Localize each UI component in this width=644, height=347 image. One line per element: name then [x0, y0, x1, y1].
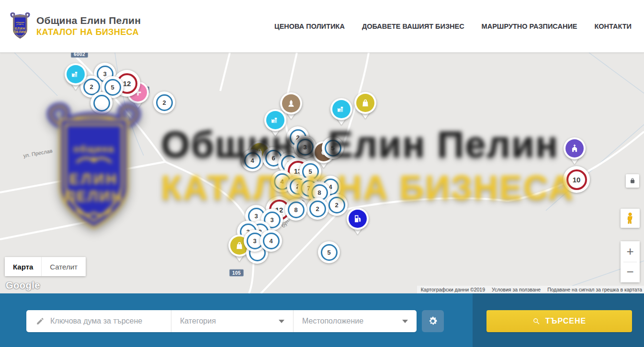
map-markers: 3 12 2 5 2: [0, 53, 644, 293]
page: Община Елин Пелин КАТАЛОГ НА БИЗНЕСА ЦЕН…: [0, 0, 644, 347]
cluster-count: 4: [280, 178, 283, 185]
keyword-input[interactable]: [50, 317, 171, 325]
cluster-count: 3: [303, 144, 306, 151]
cluster-marker[interactable]: 4: [260, 230, 282, 252]
advanced-settings-button[interactable]: [422, 310, 444, 332]
attribution-link-2[interactable]: Подаване на сигнал за грешка в картата: [547, 287, 642, 292]
cluster-count: 10: [573, 176, 581, 184]
cluster-count: 3: [270, 216, 273, 224]
cluster-count: 3: [103, 70, 106, 78]
attribution-link-1[interactable]: Условия за ползване: [492, 287, 541, 292]
municipality-crest-icon: [9, 12, 32, 41]
location-select-value: Местоположение: [302, 317, 363, 325]
lock-button[interactable]: [626, 174, 639, 188]
chevron-down-icon: [279, 320, 284, 323]
cluster-count: 2: [316, 205, 319, 213]
cluster-count: 12: [123, 79, 131, 88]
zoom-control: + −: [621, 241, 640, 282]
factory-icon: [336, 104, 347, 114]
cluster-count: 4: [250, 157, 254, 164]
factory-pin-marker[interactable]: [264, 109, 286, 131]
fuel-pump-icon: [352, 213, 363, 224]
cluster-count: 8: [317, 189, 321, 196]
zoom-out-button[interactable]: −: [621, 262, 640, 283]
main-nav: ЦЕНОВА ПОЛИТИКАДОБАВЕТЕ ВАШИЯТ БИЗНЕСМАР…: [274, 22, 644, 30]
google-logo[interactable]: Google: [6, 280, 40, 291]
cluster-count: 6: [271, 155, 275, 162]
pegman-button[interactable]: [621, 209, 640, 228]
cluster-count: 5: [331, 145, 334, 152]
search-icon: [532, 317, 541, 325]
church-pin-marker[interactable]: [564, 137, 586, 159]
cluster-count: 3: [254, 213, 258, 220]
map-canvas[interactable]: 60021051 ул. Преславбул. „Новосел 3 12 2…: [0, 53, 644, 293]
factory-icon: [270, 115, 281, 125]
nav-item-1[interactable]: ДОБАВЕТЕ ВАШИЯТ БИЗНЕС: [362, 22, 464, 30]
construction-worker-icon: [286, 98, 296, 109]
keyword-field[interactable]: [26, 310, 171, 332]
chevron-down-icon: [402, 320, 408, 323]
category-select-value: Категория: [180, 317, 216, 325]
search-button-label: ТЪРСЕНЕ: [545, 317, 586, 325]
pegman-icon: [625, 212, 635, 224]
fuel-pin-marker[interactable]: [347, 208, 369, 230]
cluster-marker[interactable]: 10: [563, 166, 590, 193]
site-title: Община Елин Пелин: [36, 15, 141, 26]
cluster-marker[interactable]: [90, 92, 113, 114]
cluster-count: 5: [111, 84, 114, 91]
bag-pin-marker[interactable]: [354, 92, 376, 114]
cluster-count: 4: [269, 237, 272, 245]
factory-pin-marker[interactable]: [330, 98, 352, 120]
location-select[interactable]: Местоположение: [293, 310, 417, 332]
cluster-count: 2: [335, 201, 338, 209]
cluster-marker[interactable]: 4: [241, 149, 263, 171]
search-bar: Категория Местоположение ТЪРСЕНЕ: [0, 293, 644, 347]
header: Община Елин Пелин КАТАЛОГ НА БИЗНЕСА ЦЕН…: [0, 0, 644, 53]
pencil-icon: [36, 317, 45, 325]
cluster-count: 5: [308, 168, 312, 175]
nav-item-2[interactable]: МАРШРУТНО РАЗПИСАНИЕ: [482, 22, 577, 30]
satellite-view-button[interactable]: Сателит: [41, 257, 86, 276]
map-type-control: Карта Сателит: [5, 257, 86, 276]
search-button[interactable]: ТЪРСЕНЕ: [486, 310, 632, 332]
gear-icon: [428, 316, 438, 326]
factory-pin-marker[interactable]: [65, 63, 87, 85]
cluster-marker[interactable]: 2: [153, 91, 175, 113]
church-icon: [569, 143, 580, 154]
shopping-bag-icon: [234, 240, 245, 251]
site-logo[interactable]: Община Елин Пелин КАТАЛОГ НА БИЗНЕСА: [0, 12, 141, 41]
zoom-in-button[interactable]: +: [621, 241, 640, 262]
cluster-count: 3: [253, 237, 256, 245]
search-fields-group: Категория Местоположение: [26, 310, 417, 332]
cluster-count: 2: [162, 99, 166, 106]
category-select[interactable]: Категория: [171, 310, 293, 332]
factory-icon: [70, 69, 81, 79]
map-data-copyright: Картографски данни ©2019: [421, 287, 485, 292]
shopping-bag-icon: [360, 98, 371, 108]
cluster-marker[interactable]: 8: [285, 199, 307, 221]
cluster-count: 5: [327, 249, 330, 256]
cluster-marker[interactable]: 5: [318, 241, 340, 263]
nav-item-3[interactable]: КОНТАКТИ: [594, 22, 632, 30]
site-subtitle: КАТАЛОГ НА БИЗНЕСА: [36, 27, 141, 37]
map-view-button[interactable]: Карта: [5, 257, 41, 276]
map-attribution: Картографски данни ©2019Условия за ползв…: [417, 286, 644, 293]
cluster-marker[interactable]: 5: [322, 137, 344, 159]
cluster-count: 8: [294, 206, 297, 213]
cluster-marker[interactable]: 2: [306, 198, 328, 220]
lock-icon: [629, 178, 636, 184]
cluster-count: 2: [90, 83, 93, 90]
nav-item-0[interactable]: ЦЕНОВА ПОЛИТИКА: [274, 22, 345, 30]
cluster-marker[interactable]: 2: [326, 194, 348, 216]
